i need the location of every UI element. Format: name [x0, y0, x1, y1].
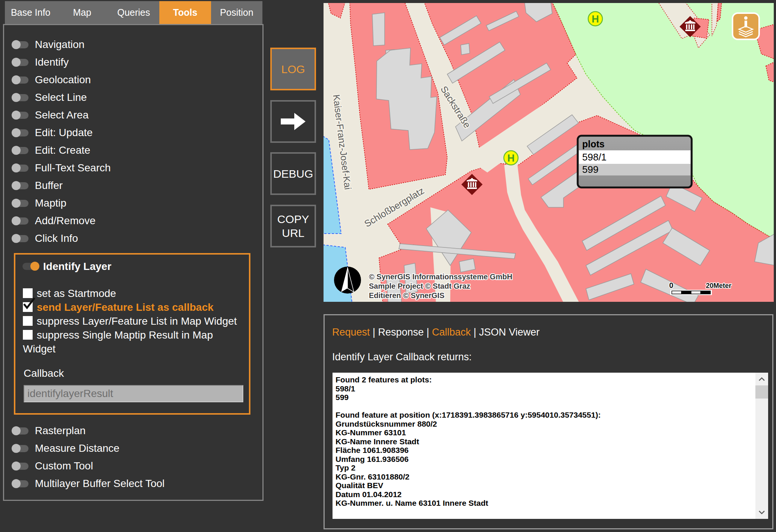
svg-text:H: H — [507, 153, 515, 164]
svg-text:598/1: 598/1 — [582, 151, 607, 163]
svg-text:599: 599 — [582, 164, 598, 175]
svg-text:Editieren © SynerGIS: Editieren © SynerGIS — [369, 291, 444, 300]
svg-text:H: H — [592, 13, 599, 25]
svg-text:plots: plots — [582, 139, 605, 149]
svg-text:© SynerGIS Informationssysteme: © SynerGIS Informationssysteme GmbH — [369, 273, 512, 281]
svg-text:20Meter: 20Meter — [706, 282, 731, 289]
svg-text:0: 0 — [669, 281, 673, 289]
svg-text:Kaiser-Franz-Josef-Kai: Kaiser-Franz-Josef-Kai — [331, 94, 353, 190]
svg-text:Sample Project © Stadt Graz: Sample Project © Stadt Graz — [369, 282, 470, 290]
